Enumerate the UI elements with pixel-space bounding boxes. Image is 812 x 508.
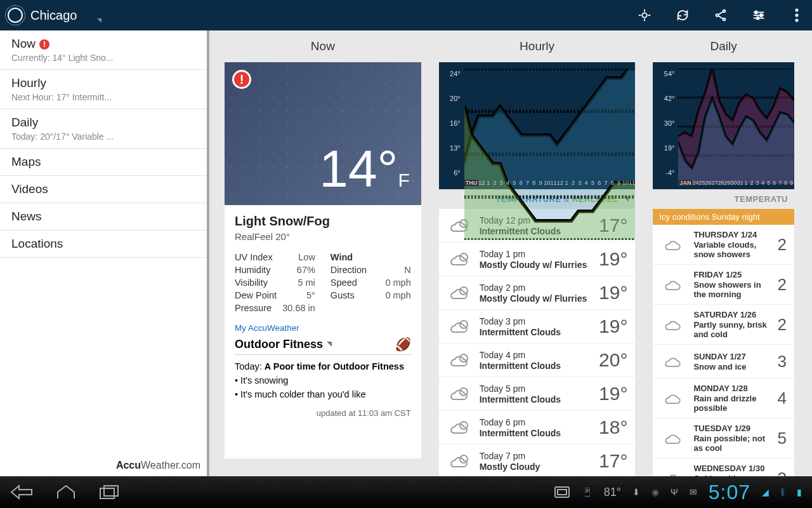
hourly-row[interactable]: Today 7 pmMostly Cloudy17°	[439, 444, 636, 476]
home-button[interactable]	[56, 485, 76, 500]
svg-point-16	[796, 10, 798, 11]
fitness-bullet: • It's snowing	[235, 375, 411, 385]
sidebar-item-now[interactable]: Now!Currently: 14° Light Sno...	[0, 30, 207, 70]
svg-point-6	[716, 14, 719, 17]
now-header: Now	[225, 30, 421, 62]
screenshot-icon	[554, 486, 570, 498]
sidebar-item-news[interactable]: News	[0, 203, 207, 231]
overflow-menu-icon[interactable]	[789, 8, 804, 23]
weather-icon	[447, 315, 472, 338]
stat-row: DirectionN	[331, 264, 411, 276]
hourly-row[interactable]: Today 2 pmMostly Cloudy w/ Flurries19°	[439, 276, 636, 310]
sidebar-item-maps[interactable]: Maps	[0, 149, 207, 176]
system-navbar: 📱 81° ⬇ ◉ Ψ ✉ 5:07 ◢ ᛒ ▮	[0, 476, 812, 508]
hourly-row[interactable]: Today 1 pmMostly Cloudy w/ Flurries19°	[439, 243, 636, 276]
chevron-down-icon	[327, 342, 332, 347]
my-accuweather-link[interactable]: My AccuWeather	[235, 323, 411, 333]
sidebar-item-videos[interactable]: Videos	[0, 176, 207, 203]
location-name: Chicago	[30, 8, 77, 23]
weather-icon	[447, 349, 472, 371]
weather-icon	[660, 350, 686, 373]
realfeel-text: RealFeel 20°	[235, 231, 411, 242]
fitness-bullet: • It's much colder than you'd like	[235, 389, 411, 399]
download-icon: ⬇	[632, 487, 640, 497]
weather-icon	[447, 382, 472, 405]
alert-banner[interactable]: Icy conditions Sunday night	[653, 209, 794, 225]
wind-header: Wind	[331, 252, 353, 262]
daily-row[interactable]: SATURDAY 1/26Partly sunny, brisk and col…	[653, 305, 794, 345]
updated-time: updated at 11:03 am CST	[235, 408, 411, 418]
now-card[interactable]: ! 14°F Light Snow/Fog RealFeel 20° UV In…	[225, 62, 421, 458]
daily-column: Daily 54°42°30°19°-4° JAN242526272829303…	[653, 30, 794, 476]
daily-row[interactable]: FRIDAY 1/25Snow showers in the morning2	[653, 265, 794, 305]
daily-row[interactable]: WEDNESDAY 1/30Colder with periods of sun…	[653, 458, 794, 476]
fitness-selector[interactable]: Outdoor Fitness 🏈	[235, 337, 411, 355]
sidebar-item-hourly[interactable]: HourlyNext Hour: 17° Intermitt...	[0, 70, 207, 109]
sidebar-item-locations[interactable]: Locations	[0, 231, 207, 258]
daily-row[interactable]: MONDAY 1/28Rain and drizzle possible4	[653, 378, 794, 418]
hourly-row[interactable]: Today 6 pmIntermittent Clouds18°	[439, 411, 636, 444]
svg-point-5	[723, 10, 726, 13]
daily-row[interactable]: SUNDAY 1/27Snow and ice3	[653, 345, 794, 378]
weather-sun-icon	[8, 8, 23, 23]
daily-legend[interactable]: TEMPERATU	[653, 189, 794, 209]
svg-line-9	[718, 16, 723, 19]
recent-apps-button[interactable]	[99, 485, 119, 500]
misc-status-icon: 📱	[582, 487, 593, 497]
battery-icon: ▮	[797, 487, 802, 497]
gps-icon[interactable]	[637, 8, 652, 23]
hourly-row[interactable]: Today 5 pmIntermittent Clouds19°	[439, 377, 636, 411]
hourly-row[interactable]: Today 4 pmIntermittent Clouds20°	[439, 344, 636, 377]
stat-row: Pressure30.68 in	[235, 302, 315, 314]
hourly-column: Hourly 24°20°16°13°6° THU121234567891011…	[439, 30, 636, 476]
alert-icon[interactable]: !	[232, 70, 251, 89]
stat-row: Gusts0 mph	[331, 289, 411, 302]
weather-icon	[660, 427, 686, 450]
hourly-row[interactable]: Today 3 pmIntermittent Clouds19°	[439, 310, 636, 344]
main-content: Now!Currently: 14° Light Sno...HourlyNex…	[0, 30, 812, 476]
refresh-icon[interactable]	[675, 8, 690, 23]
dropdown-icon	[97, 18, 102, 23]
svg-point-0	[642, 13, 646, 17]
brand-logo: AccuWeather.com	[116, 460, 200, 471]
mail-icon: ✉	[690, 487, 697, 497]
weather-icon	[660, 387, 686, 410]
sidebar: Now!Currently: 14° Light Sno...HourlyNex…	[0, 30, 209, 476]
svg-point-7	[723, 18, 726, 21]
panels: Now ! 14°F Light Snow/Fog RealFeel 20° U…	[209, 30, 812, 476]
daily-chart[interactable]: 54°42°30°19°-4° JAN242526272829303112345…	[653, 62, 794, 189]
daily-row[interactable]: THURSDAY 1/24Variable clouds, snow showe…	[653, 225, 794, 265]
weather-icon	[447, 416, 472, 439]
stat-row: Humidity67%	[235, 264, 315, 276]
share-icon[interactable]	[713, 8, 728, 23]
status-clock: 5:07	[709, 481, 750, 504]
svg-point-18	[796, 20, 798, 22]
stat-row: Dew Point5°	[235, 289, 315, 302]
weather-icon	[660, 273, 686, 296]
stat-row: Visibility5 mi	[235, 276, 315, 289]
condition-text: Light Snow/Fog	[235, 214, 411, 229]
stat-row: UV IndexLow	[235, 251, 315, 264]
daily-list: Icy conditions Sunday night THURSDAY 1/2…	[653, 209, 794, 476]
weather-icon	[660, 467, 686, 476]
hourly-list: Today 12 pmIntermittent Clouds17°Today 1…	[439, 209, 636, 476]
weather-icon	[447, 450, 472, 472]
usb-icon: Ψ	[671, 487, 678, 497]
settings-sliders-icon[interactable]	[751, 8, 766, 23]
weather-icon	[660, 313, 686, 336]
svg-rect-42	[104, 486, 118, 496]
location-selector[interactable]: Chicago	[8, 8, 637, 23]
sidebar-item-daily[interactable]: DailyToday: 20°/17° Variable ...	[0, 109, 207, 149]
daily-row[interactable]: TUESDAY 1/29Rain possible; not as cool5	[653, 418, 794, 458]
fitness-summary: Today: A Poor time for Outdoor Fitness	[235, 361, 411, 371]
android-icon: ◉	[652, 487, 659, 497]
svg-rect-44	[558, 490, 566, 495]
hourly-chart[interactable]: 24°20°16°13°6° THU1212345678910111212345…	[439, 62, 636, 189]
bluetooth-icon: ᛒ	[780, 487, 785, 497]
back-button[interactable]	[10, 485, 33, 500]
current-temp: 14°F	[319, 139, 409, 199]
football-icon: 🏈	[395, 337, 411, 352]
svg-point-17	[796, 15, 798, 17]
now-column: Now ! 14°F Light Snow/Fog RealFeel 20° U…	[225, 30, 421, 476]
wifi-icon: ◢	[762, 487, 769, 497]
